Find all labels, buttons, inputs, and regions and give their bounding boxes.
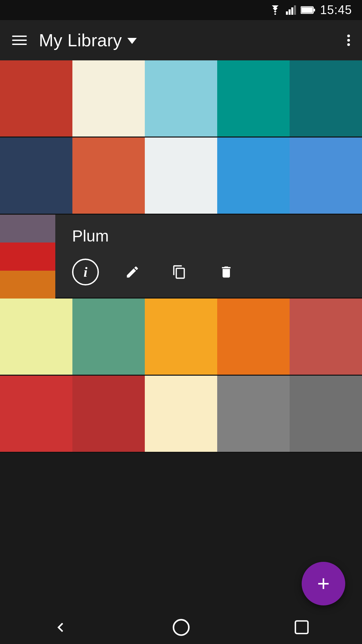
color-swatch[interactable] xyxy=(0,60,72,137)
palettes-container: Plum i xyxy=(0,60,362,610)
palette-row[interactable] xyxy=(0,299,362,376)
battery-icon xyxy=(301,6,315,14)
color-swatch[interactable] xyxy=(217,376,290,452)
context-actions: i xyxy=(72,259,345,285)
color-swatch[interactable] xyxy=(72,60,145,137)
home-button[interactable] xyxy=(168,614,194,641)
recent-apps-button[interactable] xyxy=(288,614,315,641)
color-swatch[interactable] xyxy=(217,60,290,137)
color-swatch[interactable] xyxy=(145,60,217,137)
color-swatch[interactable] xyxy=(0,138,72,214)
color-swatch[interactable] xyxy=(290,138,362,214)
dropdown-arrow-icon[interactable] xyxy=(127,38,137,44)
color-swatch[interactable] xyxy=(72,138,145,214)
more-options-button[interactable] xyxy=(347,35,350,46)
color-swatch[interactable] xyxy=(0,271,55,299)
info-icon: i xyxy=(83,264,87,280)
color-swatch[interactable] xyxy=(0,243,55,270)
svg-rect-2 xyxy=(289,9,291,15)
context-menu-row: Plum i xyxy=(0,215,362,299)
color-swatch[interactable] xyxy=(0,299,72,375)
status-bar: 15:45 xyxy=(0,0,362,20)
fab-plus-icon: + xyxy=(317,573,329,594)
recent-icon xyxy=(293,619,310,636)
color-swatch[interactable] xyxy=(290,376,362,452)
signal-icon xyxy=(286,5,296,15)
delete-button[interactable] xyxy=(213,259,240,285)
svg-rect-3 xyxy=(291,7,293,15)
home-circle-icon xyxy=(172,618,190,637)
copy-icon xyxy=(172,265,187,279)
info-button[interactable]: i xyxy=(72,259,99,285)
color-swatch[interactable] xyxy=(290,299,362,375)
context-panel: Plum i xyxy=(55,215,362,298)
status-icons: 15:45 xyxy=(269,3,352,17)
svg-point-0 xyxy=(274,13,276,15)
palette-row[interactable] xyxy=(0,376,362,453)
color-swatch[interactable] xyxy=(290,60,362,137)
trash-icon xyxy=(219,265,234,279)
hamburger-menu-button[interactable] xyxy=(12,36,27,45)
pencil-icon xyxy=(125,265,140,279)
edit-button[interactable] xyxy=(119,259,146,285)
svg-rect-7 xyxy=(301,7,313,13)
svg-rect-1 xyxy=(286,11,288,15)
palette-row[interactable] xyxy=(0,60,362,138)
copy-button[interactable] xyxy=(166,259,193,285)
svg-rect-6 xyxy=(313,9,315,11)
title-area: My Library xyxy=(39,30,335,50)
wifi-icon xyxy=(269,5,281,15)
color-swatch[interactable] xyxy=(0,215,55,243)
bottom-nav xyxy=(0,610,362,644)
color-swatch[interactable] xyxy=(217,138,290,214)
back-icon xyxy=(51,618,70,637)
partial-swatches xyxy=(0,215,55,299)
app-title: My Library xyxy=(39,30,122,50)
color-swatch[interactable] xyxy=(0,376,72,452)
palette-row[interactable] xyxy=(0,138,362,215)
color-swatch[interactable] xyxy=(145,138,217,214)
status-time: 15:45 xyxy=(320,3,352,17)
add-palette-fab[interactable]: + xyxy=(302,562,345,605)
color-swatch[interactable] xyxy=(72,299,145,375)
svg-point-8 xyxy=(173,620,189,635)
color-swatch[interactable] xyxy=(72,376,145,452)
svg-rect-4 xyxy=(294,5,296,15)
context-palette-name: Plum xyxy=(72,227,345,245)
back-button[interactable] xyxy=(47,614,74,641)
app-bar: My Library xyxy=(0,20,362,60)
color-swatch[interactable] xyxy=(145,376,217,452)
color-swatch[interactable] xyxy=(217,299,290,375)
color-swatch[interactable] xyxy=(145,299,217,375)
svg-rect-9 xyxy=(295,621,308,634)
